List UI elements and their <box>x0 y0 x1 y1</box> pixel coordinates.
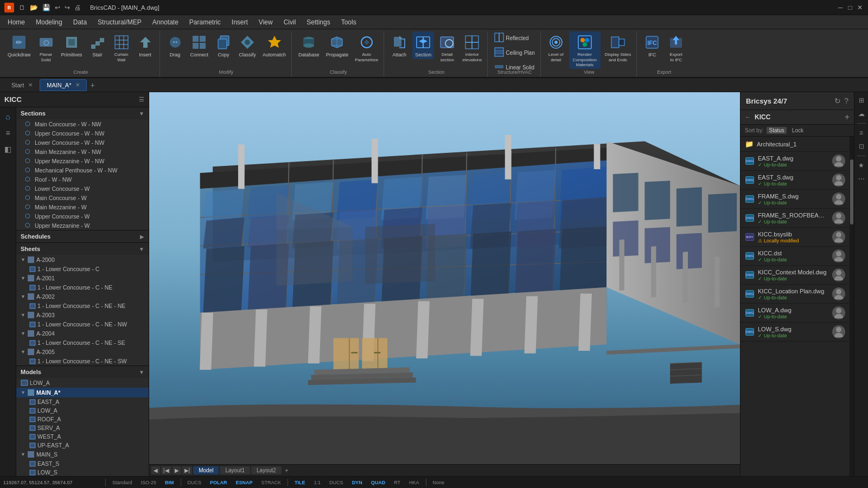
list-item[interactable]: ⬡Upper Mezzanine - W <box>16 221 149 230</box>
tree-row[interactable]: 1 - Lower Concourse - C - NE - SE <box>16 338 149 347</box>
rp-file-item[interactable]: DWG KICC_Context Model.dwg ✓ Up-to-date <box>741 266 850 285</box>
save-icon[interactable]: 💾 <box>41 3 52 12</box>
rp-add-button[interactable]: + <box>845 112 850 122</box>
models-group-header[interactable]: Models ▼ <box>16 366 149 378</box>
quad-indicator[interactable]: QUAD <box>369 480 388 485</box>
level-of-detail-button[interactable]: Level ofdetail <box>545 31 567 63</box>
sections-group-header[interactable]: Sections ▼ <box>16 107 149 119</box>
sidebar-menu-icon[interactable]: ☰ <box>139 96 144 103</box>
list-item[interactable]: ⬡Lower Concourse - W <box>16 184 149 193</box>
rp-file-item[interactable]: DWG LOW_S.dwg ✓ Up-to-date <box>741 323 850 342</box>
tile-indicator[interactable]: TILE <box>292 480 308 485</box>
tree-row[interactable]: UP-EAST_A <box>16 441 149 450</box>
tree-row[interactable]: ▼ MAIN_A* <box>16 388 149 397</box>
help-icon[interactable]: ? <box>844 97 848 105</box>
menu-settings[interactable]: Settings <box>301 16 335 28</box>
maximize-btn[interactable]: □ <box>846 4 854 11</box>
nav-start-btn[interactable]: |◀ <box>161 466 171 474</box>
auto-parametrize-button[interactable]: AutoParametrize <box>353 31 380 63</box>
database-button[interactable]: Database <box>296 31 322 59</box>
automatch-button[interactable]: Automatch <box>260 31 288 59</box>
esnap-indicator[interactable]: ESNAP <box>234 480 255 485</box>
display-sides-ends-button[interactable]: Display Sidesand Ends <box>603 31 633 63</box>
rp-file-item[interactable]: DWG KICC.dst ✓ Up-to-date <box>741 247 850 266</box>
copy-button[interactable]: Copy <box>213 31 234 59</box>
tab-main-a-close[interactable]: ✕ <box>75 82 80 88</box>
rp-file-item[interactable]: BSY KICC.bsyslib ⚠ Locally modified <box>741 228 850 247</box>
stair-button[interactable]: Stair <box>87 31 108 59</box>
primitives-button[interactable]: Primitives <box>59 31 85 59</box>
insert-button[interactable]: Insert <box>135 31 156 59</box>
print-icon[interactable]: 🖨 <box>73 3 82 12</box>
polar-indicator[interactable]: POLAR <box>208 480 229 485</box>
layout-add-button[interactable]: + <box>283 467 291 474</box>
list-item[interactable]: ⬡Main Mezzanine - W - NW <box>16 147 149 156</box>
classify-button[interactable]: Classify <box>237 31 258 59</box>
sort-lock-button[interactable]: Lock <box>790 127 806 134</box>
quickdraw-button[interactable]: ✏ Quickdraw <box>5 31 33 59</box>
strack-indicator[interactable]: STRACK <box>259 480 284 485</box>
none-indicator[interactable]: None <box>431 480 447 485</box>
sections-collapse-icon[interactable]: ▼ <box>139 111 144 117</box>
rp-file-item[interactable]: DWG FRAME_S_ROOFBEAM.dwg ✓ Up-to-date <box>741 209 850 228</box>
scrollbar-thumb[interactable] <box>850 159 853 224</box>
nav-props-icon[interactable]: ◧ <box>1 142 15 156</box>
properties-icon[interactable]: ⊞ <box>856 94 867 106</box>
schedules-group-header[interactable]: Schedules ▶ <box>16 230 149 242</box>
layers-icon[interactable]: ≡ <box>856 127 867 139</box>
menu-structural-mep[interactable]: Structural/MEP <box>92 16 147 28</box>
drag-button[interactable]: ↔ Drag <box>164 31 186 59</box>
menu-modeling[interactable]: Modeling <box>30 16 68 28</box>
list-item[interactable]: ⬡Main Concourse - W <box>16 193 149 202</box>
tab-start[interactable]: Start ✕ <box>4 79 40 91</box>
list-item[interactable]: ⬡Upper Concourse - W <box>16 211 149 221</box>
model-tab[interactable]: Model <box>193 466 219 474</box>
tree-row[interactable]: ▼ MAIN_S <box>16 450 149 459</box>
hka-indicator[interactable]: HKA <box>407 480 422 485</box>
rt-indicator[interactable]: RT <box>392 480 403 485</box>
nav-end-btn[interactable]: ▶| <box>182 466 193 474</box>
tree-row[interactable]: 1 - Lower Concourse - C - NE - NW <box>16 320 149 329</box>
reflected-button[interactable]: Reflected <box>492 31 531 45</box>
menu-parametric[interactable]: Parametric <box>184 16 226 28</box>
sort-status-button[interactable]: Status <box>767 127 786 134</box>
menu-insert[interactable]: Insert <box>226 16 253 28</box>
tree-row[interactable]: EAST_S <box>16 459 149 468</box>
tree-row[interactable]: EAST_A <box>16 397 149 406</box>
tree-row[interactable]: LOW_S <box>16 468 149 476</box>
render-composition-button[interactable]: Render CompositionMaterials <box>569 31 601 69</box>
tab-add-button[interactable]: + <box>87 81 98 89</box>
viewport[interactable]: ◀ |◀ ▶ ▶| Model Layout1 Layout2 + <box>149 92 740 476</box>
list-item[interactable]: ⬡Roof - W - NW <box>16 175 149 184</box>
tree-row[interactable]: 1 - Lower Concourse - C <box>16 265 149 273</box>
tree-row[interactable]: ▼ A-2001 <box>16 273 149 283</box>
list-item[interactable]: ⬡Mechanical Penthouse - W - NW <box>16 165 149 175</box>
attach-button[interactable]: Attach <box>388 31 410 59</box>
refresh-icon[interactable]: ↻ <box>834 97 841 105</box>
rp-file-item[interactable]: DWG KICC_Location Plan.dwg ✓ Up-to-date <box>741 285 850 304</box>
rp-back-button[interactable]: ← <box>745 113 751 121</box>
connect-button[interactable]: Connect <box>188 31 211 59</box>
ducs2-indicator[interactable]: DUCS <box>327 480 346 485</box>
filter-icon[interactable]: ⊡ <box>856 140 867 152</box>
menu-tools[interactable]: Tools <box>336 16 362 28</box>
schedules-collapse-icon[interactable]: ▶ <box>140 234 144 240</box>
ifc-button[interactable]: IFC IFC <box>641 31 663 59</box>
detail-section-button[interactable]: Detailsection <box>436 31 458 63</box>
iso-indicator[interactable]: ISO-25 <box>139 480 159 485</box>
menu-view[interactable]: View <box>253 16 278 28</box>
curtain-wall-button[interactable]: CurtainWall <box>111 31 132 63</box>
export-to-ifc-button[interactable]: Exportto IFC <box>665 31 687 63</box>
list-item[interactable]: ⬡Lower Concourse - W - NW <box>16 138 149 147</box>
bim-indicator[interactable]: BIM <box>163 480 176 485</box>
minimize-btn[interactable]: ─ <box>837 4 844 11</box>
layout2-tab[interactable]: Layout2 <box>251 466 282 474</box>
ducs-indicator[interactable]: DUCS <box>186 480 204 485</box>
right-panel-scrollbar[interactable] <box>850 137 854 476</box>
tree-row[interactable]: ▼ A-2002 <box>16 292 149 301</box>
menu-civil[interactable]: Civil <box>278 16 302 28</box>
tab-start-close[interactable]: ✕ <box>28 82 33 88</box>
sheets-collapse-icon[interactable]: ▼ <box>139 246 144 252</box>
open-icon[interactable]: 📂 <box>28 3 40 12</box>
rp-file-item[interactable]: DWG FRAME_S.dwg ✓ Up-to-date <box>741 190 850 209</box>
